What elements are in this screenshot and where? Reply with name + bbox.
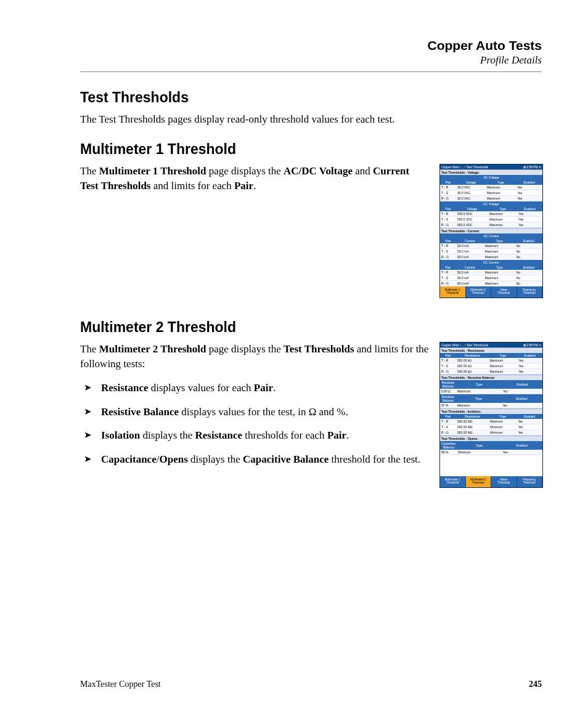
screenshot-multimeter1: Copper Main \ ... \ Test Thresholds⇄ 2:5… bbox=[439, 164, 543, 298]
header-title: Copper Auto Tests bbox=[80, 38, 542, 53]
bullet-item: Resistive Balance displays values for th… bbox=[80, 405, 430, 420]
bullet-item: Capacitance/Opens displays the Capacitiv… bbox=[80, 452, 430, 468]
bullet-item: Isolation displays the Resistance thresh… bbox=[80, 428, 430, 444]
footer-product: MaxTester Copper Test bbox=[80, 680, 161, 689]
footer-page-number: 245 bbox=[529, 680, 542, 689]
h-multimeter1: Multimeter 1 Threshold bbox=[80, 141, 542, 158]
bullet-item: Resistance displays values for each Pair… bbox=[80, 381, 430, 396]
screenshot-multimeter2: Copper Main \ ... \ Test Thresholds⇄ 2:5… bbox=[439, 342, 543, 488]
page-footer: MaxTester Copper Test 245 bbox=[80, 680, 542, 689]
p-multimeter2: The Multimeter 2 Threshold page displays… bbox=[80, 342, 430, 372]
h-test-thresholds: Test Thresholds bbox=[80, 89, 542, 106]
header-rule bbox=[80, 71, 542, 72]
p-test-thresholds: The Test Thresholds pages display read-o… bbox=[80, 112, 542, 128]
bullet-list: Resistance displays values for each Pair… bbox=[80, 381, 430, 468]
header-subtitle: Profile Details bbox=[80, 54, 542, 67]
p-multimeter1: The Multimeter 1 Threshold page displays… bbox=[80, 164, 430, 194]
page-header: Copper Auto Tests Profile Details bbox=[80, 38, 542, 67]
h-multimeter2: Multimeter 2 Threshold bbox=[80, 319, 542, 336]
